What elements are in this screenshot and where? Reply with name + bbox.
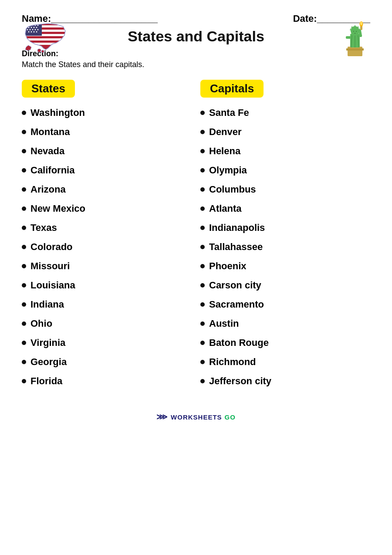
capitals-list: Santa FeDenverHelenaOlympiaColumbusAtlan…: [200, 107, 370, 387]
main-title: States and Capitals: [128, 28, 264, 45]
capital-item: Denver: [200, 126, 370, 138]
header-row: Name:____________________ Date:_________…: [22, 13, 370, 24]
capital-item: Olympia: [200, 165, 370, 176]
state-item: New Mexico: [22, 203, 192, 214]
svg-point-20: [37, 29, 39, 30]
svg-point-7: [27, 25, 28, 26]
svg-point-17: [30, 29, 31, 30]
svg-point-16: [27, 29, 28, 30]
state-item: Nevada: [22, 146, 192, 157]
bullet-icon: [200, 111, 205, 115]
capital-item: Baton Rouge: [200, 337, 370, 349]
bullet-icon: [200, 264, 205, 268]
bullet-icon: [200, 379, 205, 383]
statue-of-liberty-icon: [340, 17, 370, 56]
svg-point-22: [31, 31, 32, 33]
svg-point-24: [36, 31, 37, 33]
capital-item: Atlanta: [200, 203, 370, 214]
direction-text: Match the States and their capitals.: [22, 60, 370, 69]
bullet-icon: [22, 302, 26, 307]
bullet-icon: [200, 149, 205, 153]
svg-point-25: [37, 49, 41, 52]
bullet-icon: [200, 360, 205, 364]
svg-point-23: [34, 31, 35, 33]
svg-rect-4: [25, 38, 65, 41]
capital-item: Richmond: [200, 356, 370, 368]
capital-item: Phoenix: [200, 261, 370, 272]
svg-point-26: [41, 50, 44, 53]
capital-item: Jefferson city: [200, 376, 370, 387]
direction-label: Direction:: [22, 49, 370, 58]
svg-point-44: [353, 31, 354, 32]
svg-point-15: [36, 27, 37, 28]
capital-item: Sacramento: [200, 299, 370, 310]
svg-rect-5: [25, 43, 65, 45]
bullet-icon: [200, 341, 205, 345]
bullet-icon: [22, 168, 26, 173]
bullet-icon: [200, 283, 205, 288]
svg-point-21: [28, 31, 30, 33]
bullet-icon: [200, 187, 205, 192]
state-item: Washington: [22, 107, 192, 118]
bullet-icon: [22, 226, 26, 230]
footer-w-icon: ⋙: [156, 412, 168, 422]
capital-item: Santa Fe: [200, 107, 370, 118]
state-item: Ohio: [22, 318, 192, 329]
state-item: Colorado: [22, 241, 192, 253]
capital-item: Carson city: [200, 280, 370, 291]
bullet-icon: [200, 302, 205, 307]
svg-point-13: [31, 27, 32, 28]
svg-point-37: [360, 22, 362, 25]
capitals-header: Capitals: [200, 80, 370, 107]
bullet-icon: [22, 283, 26, 288]
footer-logo: ⋙ WORKSHEETS GO: [22, 412, 370, 422]
bullet-icon: [22, 264, 26, 268]
states-column: States WashingtonMontanaNevadaCalifornia…: [22, 80, 192, 395]
states-header: States: [22, 80, 192, 107]
bullet-icon: [200, 206, 205, 211]
bullet-icon: [200, 130, 205, 134]
footer: ⋙ WORKSHEETS GO: [22, 412, 370, 422]
state-item: Virginia: [22, 337, 192, 349]
capital-item: Columbus: [200, 184, 370, 195]
bullet-icon: [22, 341, 26, 345]
bullet-icon: [200, 245, 205, 249]
state-item: Georgia: [22, 356, 192, 368]
usa-flag-icon: [22, 20, 70, 53]
state-item: California: [22, 165, 192, 176]
bullet-icon: [200, 226, 205, 230]
state-item: Arizona: [22, 184, 192, 195]
svg-rect-33: [346, 36, 351, 39]
bullet-icon: [22, 360, 26, 364]
svg-rect-28: [346, 48, 364, 51]
state-item: Missouri: [22, 261, 192, 272]
svg-point-14: [34, 27, 35, 28]
capital-item: Tallahassee: [200, 241, 370, 253]
state-item: Louisiana: [22, 280, 192, 291]
bullet-icon: [22, 379, 26, 383]
title-row: States and Capitals: [22, 28, 370, 45]
bullet-icon: [22, 111, 26, 115]
svg-point-19: [35, 29, 36, 30]
footer-go-text: GO: [225, 413, 236, 421]
bullet-icon: [200, 168, 205, 173]
bullet-icon: [22, 130, 26, 134]
bullet-icon: [200, 321, 205, 326]
bullet-icon: [22, 206, 26, 211]
svg-point-18: [32, 29, 34, 30]
capitals-column: Capitals Santa FeDenverHelenaOlympiaColu…: [200, 80, 370, 395]
svg-point-45: [356, 31, 357, 32]
capital-item: Austin: [200, 318, 370, 329]
bullet-icon: [22, 149, 26, 153]
svg-rect-27: [348, 47, 362, 56]
capital-item: Helena: [200, 146, 370, 157]
capital-item: Indianapolis: [200, 222, 370, 234]
bullet-icon: [22, 187, 26, 192]
bullet-icon: [22, 321, 26, 326]
state-item: Indiana: [22, 299, 192, 310]
states-list: WashingtonMontanaNevadaCaliforniaArizona…: [22, 107, 192, 387]
bullet-icon: [22, 245, 26, 249]
main-columns: States WashingtonMontanaNevadaCalifornia…: [22, 80, 370, 395]
footer-worksheets-text: WORKSHEETS: [171, 413, 222, 421]
state-item: Texas: [22, 222, 192, 234]
